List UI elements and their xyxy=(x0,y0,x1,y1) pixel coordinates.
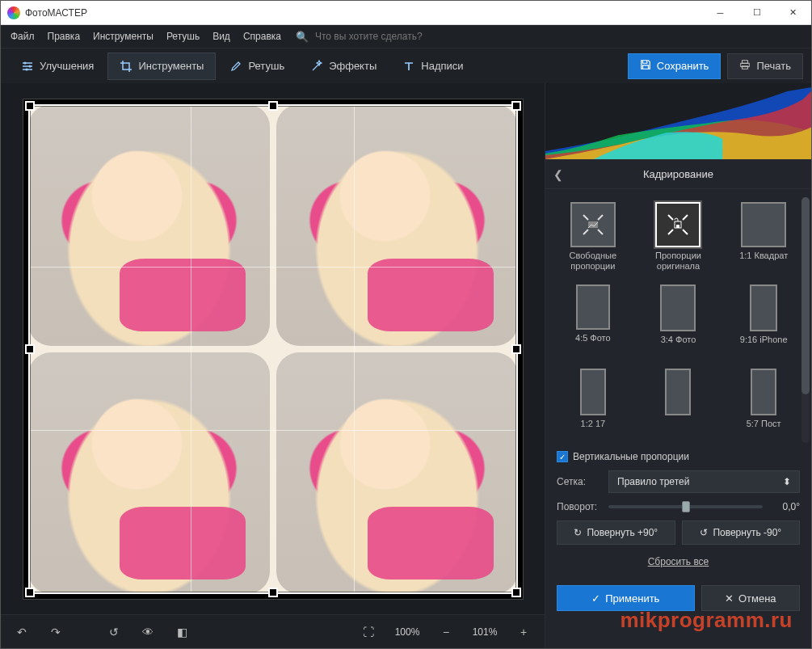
sliders-icon xyxy=(21,60,34,73)
crop-handle-br[interactable] xyxy=(511,588,521,597)
fit-screen-button[interactable]: ⛶ xyxy=(357,621,380,643)
grid-label: Сетка: xyxy=(557,476,600,487)
preset-label: 9:16 iPhone xyxy=(740,335,788,356)
tab-captions[interactable]: Надписи xyxy=(390,53,475,80)
menu-tools[interactable]: Инструменты xyxy=(88,27,158,45)
crop-handle-tm[interactable] xyxy=(268,101,278,111)
maximize-button[interactable]: ☐ xyxy=(738,1,775,24)
crop-handle-mr[interactable] xyxy=(511,344,521,354)
histogram xyxy=(545,83,811,160)
rotate-value: 0,0° xyxy=(771,501,800,512)
checkbox-icon: ✓ xyxy=(557,451,568,462)
grid-select-value: Правило третей xyxy=(617,476,689,487)
menu-file[interactable]: Файл xyxy=(6,27,40,45)
svg-rect-8 xyxy=(676,225,679,228)
tab-effects[interactable]: Эффекты xyxy=(298,53,389,80)
split-view-button[interactable]: ◧ xyxy=(170,621,193,643)
menu-help[interactable]: Справка xyxy=(238,27,286,45)
tab-tools[interactable]: Инструменты xyxy=(107,53,216,80)
check-icon: ✓ xyxy=(591,592,600,605)
rotate-ccw-button[interactable]: ↺ Повернуть -90° xyxy=(682,520,801,545)
zoom-current-label: 101% xyxy=(469,626,501,638)
wand-icon xyxy=(310,60,323,73)
preset-57[interactable]: 5:7 Пост xyxy=(722,365,805,443)
crop-border[interactable] xyxy=(28,104,518,594)
preset-square[interactable]: 1:1 Квадрат xyxy=(722,199,805,275)
canvas-toolbar: ↶ ↷ ↺ 👁 ◧ ⛶ 100% − 101% + xyxy=(1,614,545,648)
preset-34[interactable]: 3:4 Фото xyxy=(637,281,720,359)
preset-label: 1:2 17 xyxy=(581,419,606,440)
rotate-slider[interactable] xyxy=(608,505,763,508)
crop-controls: ✓ Вертикальные пропорции Сетка: Правило … xyxy=(545,446,811,579)
right-panel: ❮ Кадрирование Свободные пропорции Пропо… xyxy=(545,83,811,648)
search-input[interactable] xyxy=(312,27,473,45)
tab-label: Улучшения xyxy=(40,60,94,72)
panel-title: Кадрирование xyxy=(643,168,713,180)
menu-edit[interactable]: Правка xyxy=(43,27,86,45)
redo-button[interactable]: ↷ xyxy=(44,621,67,643)
menu-view[interactable]: Вид xyxy=(208,27,235,45)
menu-retouch[interactable]: Ретушь xyxy=(162,27,204,45)
close-button[interactable]: ✕ xyxy=(775,1,811,24)
vertical-checkbox-row[interactable]: ✓ Вертикальные пропорции xyxy=(557,451,800,462)
rotate-cw-button[interactable]: ↻ Повернуть +90° xyxy=(557,520,675,545)
window-title: ФотоМАСТЕР xyxy=(25,7,702,19)
menubar: Файл Правка Инструменты Ретушь Вид Справ… xyxy=(1,25,811,48)
preset-free[interactable]: Свободные пропорции xyxy=(552,199,634,275)
preset-original[interactable]: Пропорции оригинала xyxy=(637,199,720,275)
history-button[interactable]: ↺ xyxy=(103,621,125,643)
crop-handle-bl[interactable] xyxy=(25,588,35,597)
tab-label: Эффекты xyxy=(329,60,377,72)
compare-button[interactable]: 👁 xyxy=(137,621,159,643)
presets-scrollbar[interactable] xyxy=(801,197,810,443)
tab-label: Надписи xyxy=(421,60,463,72)
crop-presets: Свободные пропорции Пропорции оригинала … xyxy=(545,189,811,446)
save-icon xyxy=(640,59,651,73)
crop-handle-ml[interactable] xyxy=(25,344,35,354)
vertical-checkbox-label: Вертикальные пропорции xyxy=(573,451,689,462)
minimize-button[interactable]: ─ xyxy=(702,1,738,24)
print-button[interactable]: Печать xyxy=(727,53,803,79)
app-logo-icon xyxy=(7,6,20,19)
undo-button[interactable]: ↶ xyxy=(11,621,33,643)
preset-label: Пропорции оригинала xyxy=(637,251,720,272)
crop-handle-tr[interactable] xyxy=(511,101,521,111)
apply-button[interactable]: ✓ Применить xyxy=(557,585,695,611)
reset-button[interactable]: Сбросить все xyxy=(557,553,800,571)
tab-retouch[interactable]: Ретушь xyxy=(217,53,297,80)
preset-45[interactable]: 4:5 Фото xyxy=(552,281,634,359)
preset-12[interactable]: 1:2 17 xyxy=(552,365,634,443)
rotate-ccw-label: Повернуть -90° xyxy=(713,527,781,538)
svg-point-2 xyxy=(26,68,28,70)
tab-enhancements[interactable]: Улучшения xyxy=(9,53,106,80)
panel-header: ❮ Кадрирование xyxy=(545,160,811,189)
apply-row: ✓ Применить ✕ Отмена xyxy=(545,579,811,621)
zoom-fit-label: 100% xyxy=(391,626,423,638)
crop-handle-tl[interactable] xyxy=(25,101,35,111)
body-area: ↶ ↷ ↺ 👁 ◧ ⛶ 100% − 101% + xyxy=(1,83,811,648)
photo-frame[interactable] xyxy=(23,99,524,600)
preset-label: 5:7 Пост xyxy=(747,419,781,440)
back-button[interactable]: ❮ xyxy=(553,168,563,181)
cancel-label: Отмена xyxy=(738,592,776,605)
search-icon: 🔍 xyxy=(296,31,309,43)
text-icon xyxy=(402,60,415,73)
printer-icon xyxy=(739,59,751,73)
preset-extra[interactable] xyxy=(637,365,720,443)
save-button[interactable]: Сохранить xyxy=(628,53,722,79)
svg-point-1 xyxy=(29,65,32,67)
cancel-button[interactable]: ✕ Отмена xyxy=(701,585,800,611)
preset-916[interactable]: 9:16 iPhone xyxy=(722,281,805,359)
preset-label: 1:1 Квадрат xyxy=(739,251,788,272)
crop-handle-bm[interactable] xyxy=(268,588,278,597)
rotate-label: Поворот: xyxy=(557,501,600,512)
preset-label: 3:4 Фото xyxy=(661,335,696,356)
rotate-cw-label: Повернуть +90° xyxy=(587,527,658,538)
grid-select[interactable]: Правило третей ⬍ xyxy=(608,470,800,493)
zoom-out-button[interactable]: − xyxy=(435,621,457,643)
zoom-in-button[interactable]: + xyxy=(512,621,535,643)
crop-icon xyxy=(120,60,133,73)
tab-label: Инструменты xyxy=(138,60,204,72)
apply-label: Применить xyxy=(605,592,659,605)
rotate-ccw-icon: ↺ xyxy=(700,527,708,538)
